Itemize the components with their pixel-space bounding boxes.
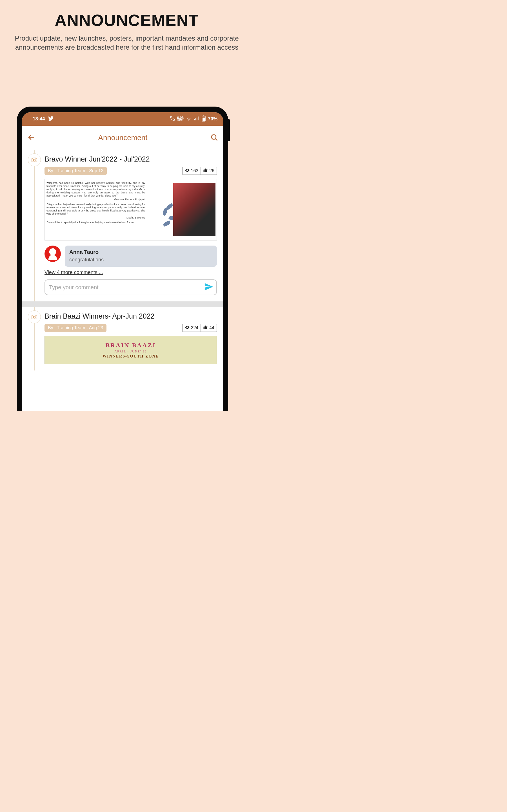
camera-icon [28,310,41,323]
svg-point-12 [187,327,187,328]
device-side-button [228,119,230,141]
svg-point-0 [188,120,189,120]
comment: Anna Tauro congratulations [45,246,217,267]
post-title: Bravo Winner Jun'2022 - Jul'2022 [45,155,217,163]
status-bar: 18:44 6.08 KB/s [22,112,223,126]
send-icon[interactable] [204,282,214,293]
post-image[interactable]: ❝Naghma has been so helpful. With her po… [45,179,217,241]
svg-rect-6 [203,117,205,121]
device-frame: 18:44 6.08 KB/s [17,107,228,406]
banner-title: BRAIN BAAZI [105,342,156,349]
battery-percent: 70% [208,116,217,122]
search-button[interactable] [210,133,218,142]
likes-count: 44 [201,324,217,332]
svg-point-10 [187,170,187,171]
twitter-icon [48,116,54,123]
portrait-image [173,183,216,236]
divider [22,301,223,307]
thumbs-up-icon [203,168,208,174]
comment-bubble: Anna Tauro congratulations [65,246,217,267]
svg-rect-3 [196,117,198,120]
post-stats: 163 26 [182,167,217,175]
status-time: 18:44 [33,116,45,122]
views-count: 224 [182,324,201,332]
svg-rect-1 [194,119,195,120]
likes-count: 26 [201,167,217,174]
avatar [45,246,61,262]
thumbs-up-icon [203,325,208,331]
banner-footer: WINNERS-SOUTH ZONE [103,354,159,359]
post-byline: By : Training Team - Sep 12 [45,167,107,175]
wifi-icon [186,116,191,123]
views-count: 163 [182,167,201,174]
svg-point-9 [34,159,36,161]
svg-point-11 [34,316,36,318]
app-bar: Announcement [22,126,223,150]
testimonial-quote: ❝I would like to specially thank Naghma … [47,221,145,224]
timeline-line [34,150,35,301]
camera-icon [28,153,41,166]
svg-rect-7 [203,115,204,116]
post-title: Brain Baazi Winners- Apr-Jun 2022 [45,312,217,320]
back-button[interactable] [27,133,36,143]
view-more-comments-link[interactable]: View 4 more comments.... [45,269,217,275]
signal-icon [194,116,200,123]
battery-icon [202,115,206,123]
comment-text: congratulations [69,257,212,263]
post-card[interactable]: Brain Baazi Winners- Apr-Jun 2022 By : T… [22,307,223,370]
eye-icon [185,168,190,174]
data-rate: 6.08 KB/s [177,117,184,121]
comment-author: Anna Tauro [69,249,212,255]
svg-rect-2 [195,118,196,120]
feed[interactable]: Bravo Winner Jun'2022 - Jul'2022 By : Tr… [22,150,223,406]
hero-title: ANNOUNCEMENT [0,0,253,30]
banner-subtitle: APRIL - JUNE' 22 [114,350,147,353]
screen: 18:44 6.08 KB/s [22,112,223,406]
post-image[interactable]: BRAIN BAAZI APRIL - JUNE' 22 WINNERS-SOU… [45,336,217,364]
post-card[interactable]: Bravo Winner Jun'2022 - Jul'2022 By : Tr… [22,150,223,301]
testimonial-quote: ❝Naghma had helped me tremendously durin… [47,203,145,219]
testimonial-quote: ❝Naghma has been so helpful. With her po… [47,182,145,201]
svg-rect-4 [198,116,199,120]
appbar-title: Announcement [36,133,210,142]
post-byline: By : Training Team - Aug 23 [45,324,107,332]
call-icon [170,116,175,122]
hero-subtitle: Product update, new launches, posters, i… [0,30,253,52]
eye-icon [185,325,190,331]
post-stats: 224 44 [182,324,217,332]
comment-input-wrapper [45,280,217,295]
comment-input[interactable] [49,284,204,291]
